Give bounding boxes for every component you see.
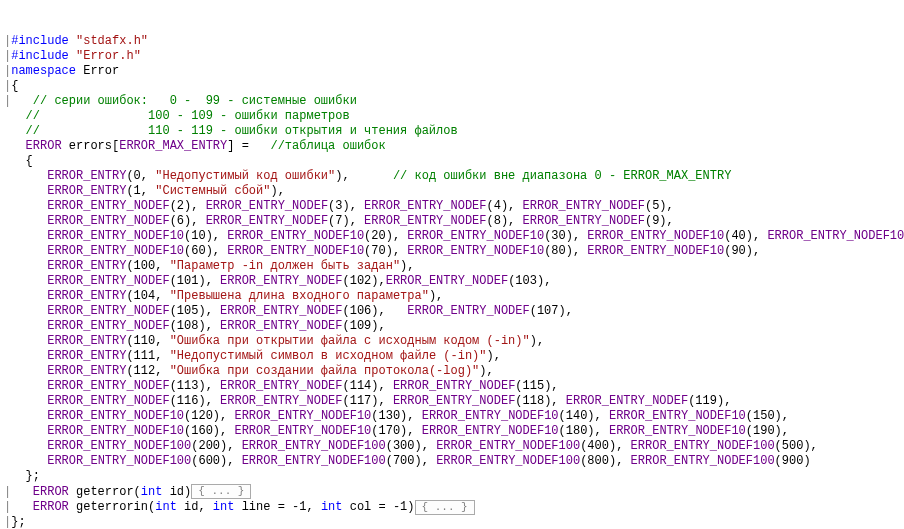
- func-name: geterrorin(: [69, 500, 155, 514]
- comment: // 100 - 109 - ошибки парметров: [4, 109, 350, 123]
- string-literal: "Параметр -in должен быть задан": [170, 259, 400, 273]
- string-literal: "Недопустимый код ошибки": [155, 169, 335, 183]
- brace: };: [11, 515, 25, 529]
- comment: // серии ошибок: 0 - 99 - системные ошиб…: [11, 94, 357, 108]
- macro-line: ERROR_ENTRY_NODEF10(10), ERROR_ENTRY_NOD…: [4, 229, 904, 243]
- type: ERROR: [4, 139, 62, 153]
- macro-line: ERROR_ENTRY_NODEF(113), ERROR_ENTRY_NODE…: [4, 379, 559, 393]
- macro-line: ERROR_ENTRY_NODEF(101), ERROR_ENTRY_NODE…: [4, 274, 551, 288]
- fold-marker[interactable]: { ... }: [191, 484, 251, 499]
- macro: ERROR_MAX_ENTRY: [119, 139, 227, 153]
- macro-call: ERROR_ENTRY: [4, 349, 126, 363]
- macro-line: ERROR_ENTRY_NODEF(6), ERROR_ENTRY_NODEF(…: [4, 214, 674, 228]
- brace: {: [11, 79, 18, 93]
- macro-line: ERROR_ENTRY_NODEF10(120), ERROR_ENTRY_NO…: [4, 409, 789, 423]
- comment: // код ошибки вне диапазона 0 - ERROR_MA…: [378, 169, 731, 183]
- preproc-include: #include: [11, 49, 76, 63]
- macro-call: ERROR_ENTRY: [4, 334, 126, 348]
- macro-line: ERROR_ENTRY_NODEF(116), ERROR_ENTRY_NODE…: [4, 394, 731, 408]
- string-literal: "Недопустимый символ в исходном файле (-…: [170, 349, 487, 363]
- macro-line: ERROR_ENTRY_NODEF100(200), ERROR_ENTRY_N…: [4, 439, 818, 453]
- string-literal: "Превышена длина входного параметра": [170, 289, 429, 303]
- brace: };: [4, 469, 40, 483]
- macro-call: ERROR_ENTRY: [4, 169, 126, 183]
- preproc-include: #include: [11, 34, 76, 48]
- type: ERROR: [11, 500, 69, 514]
- comment: // 110 - 119 - ошибки открытия и чтения …: [4, 124, 458, 138]
- include-file: "stdafx.h": [76, 34, 148, 48]
- macro-call: ERROR_ENTRY: [4, 184, 126, 198]
- macro-line: ERROR_ENTRY_NODEF(108), ERROR_ENTRY_NODE…: [4, 319, 386, 333]
- string-literal: "Системный сбой": [155, 184, 270, 198]
- macro-line: ERROR_ENTRY_NODEF100(600), ERROR_ENTRY_N…: [4, 454, 811, 468]
- macro-call: ERROR_ENTRY: [4, 259, 126, 273]
- code-editor[interactable]: |#include "stdafx.h" |#include "Error.h"…: [4, 34, 900, 529]
- func-name: geterror(: [69, 485, 141, 499]
- string-literal: "Ошибка при открытии файла с исходным ко…: [170, 334, 530, 348]
- macro-line: ERROR_ENTRY_NODEF(2), ERROR_ENTRY_NODEF(…: [4, 199, 674, 213]
- macro-call: ERROR_ENTRY: [4, 364, 126, 378]
- macro-line: ERROR_ENTRY_NODEF(105), ERROR_ENTRY_NODE…: [4, 304, 573, 318]
- fold-marker[interactable]: { ... }: [415, 500, 475, 515]
- macro-line: ERROR_ENTRY_NODEF10(60), ERROR_ENTRY_NOD…: [4, 244, 760, 258]
- comment: //таблица ошибок: [256, 139, 386, 153]
- include-file: "Error.h": [76, 49, 141, 63]
- brace: {: [4, 154, 33, 168]
- macro-line: ERROR_ENTRY_NODEF10(160), ERROR_ENTRY_NO…: [4, 424, 789, 438]
- macro-call: ERROR_ENTRY: [4, 289, 126, 303]
- keyword-namespace: namespace: [11, 64, 76, 78]
- string-literal: "Ошибка при создании файла протокола(-lo…: [170, 364, 480, 378]
- type: ERROR: [11, 485, 69, 499]
- namespace-name: Error: [76, 64, 119, 78]
